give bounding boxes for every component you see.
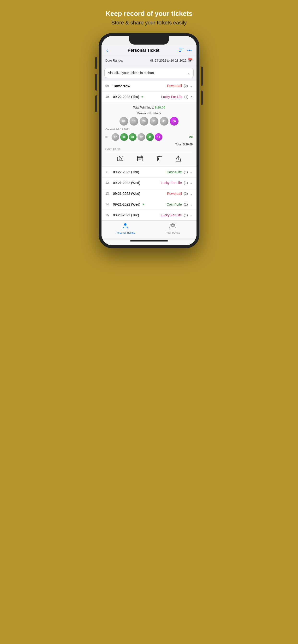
svg-point-22 [124,223,126,226]
svg-rect-2 [179,51,181,52]
ticket-row-13[interactable]: 13. 09-21-2022 (Wed) Powerball (2) ⌄ [101,188,197,199]
calendar-icon[interactable]: 📅 [188,58,193,63]
more-icon[interactable]: ••• [187,48,192,53]
ticket-date-09: Tomorrow [113,84,130,88]
ticket-row-13-right: Powerball (2) ⌄ [167,192,193,196]
home-indicator [130,240,168,242]
ticket-row-09[interactable]: 09. Tomorrow Powerball (2) ⌄ [101,80,197,91]
camera-add-icon[interactable]: + [117,156,123,163]
ticket-num-09: 09. [105,84,111,88]
lottery-name-13: Powerball [167,192,182,196]
ticket-row-11[interactable]: 11. 09-22-2022 (Thu) Cash4Life (1) ⌄ [101,167,197,177]
expanded-header-10: Total Winnings: $ 20.00 [105,105,193,110]
ticket-row-11-left: 11. 09-22-2022 (Thu) [105,170,139,174]
ticket-line-01-left: 01. 07 10 31 42 41 14 [105,133,163,141]
chart-dropdown-text: Visualize your tickets in a chart [108,71,154,75]
line-num-01: 01. [105,135,110,139]
lottery-count-11: (1) [184,170,188,174]
line-ball-10: 10 [120,133,128,141]
phone-frame: ‹ Personal Ticket ••• [99,33,199,248]
svg-point-25 [172,223,174,225]
nav-icons: ••• [179,48,192,53]
expand-icon-11[interactable]: ⌄ [190,170,193,174]
expand-icon-09[interactable]: ⌄ [190,84,193,88]
star-icon-10: ★ [141,95,144,98]
chart-chevron-icon: ⌄ [187,71,190,75]
ticket-date-12: 09-21-2022 (Wed) [113,181,140,185]
line-01-winnings: 20 [189,135,193,139]
expand-icon-13[interactable]: ⌄ [190,192,193,196]
lottery-name-12: Lucky For Life [161,181,182,185]
lottery-count-12: (1) [184,181,188,185]
drawn-ball-31: 31 [150,117,158,126]
ticket-num-12: 12. [105,181,111,184]
expand-icon-10[interactable]: ∧ [190,95,193,99]
ticket-row-15-left: 15. 09-20-2022 (Tue) [105,213,139,217]
ticket-num-14: 14. [105,202,111,206]
total-winnings-label: Total Winnings: $ 20.00 [133,106,165,109]
date-range-value: 08-24-2022 to 10-23-2022 📅 [150,58,193,63]
ticket-row-12[interactable]: 12. 09-21-2022 (Wed) Lucky For Life (1) … [101,178,197,188]
lottery-count-13: (2) [184,192,188,196]
lottery-count-10: (1) [184,95,188,99]
screen: ‹ Personal Ticket ••• [101,44,197,238]
ticket-row-13-left: 13. 09-21-2022 (Wed) [105,192,140,196]
ticket-section-11: 11. 09-22-2022 (Thu) Cash4Life (1) ⌄ [101,166,197,177]
line-ball-41: 41 [146,133,154,141]
tab-personal-tickets[interactable]: Personal Tickets [101,222,149,234]
ticket-date-14: 09-21-2022 (Wed) [113,202,140,206]
calendar-ticket-icon[interactable] [137,156,143,163]
ticket-section-09: 09. Tomorrow Powerball (2) ⌄ [101,80,197,91]
cost-row-10: Cost: $2.00 [105,146,193,152]
ticket-row-12-left: 12. 09-21-2022 (Wed) [105,181,140,185]
line-01-balls: 07 10 31 42 41 14 [112,133,163,141]
expand-icon-12[interactable]: ⌄ [190,181,193,185]
side-button-silent [95,57,97,69]
drawn-numbers-label: Drawan Numbers [105,112,193,115]
ticket-list: 09. Tomorrow Powerball (2) ⌄ [101,80,197,238]
expand-icon-14[interactable]: ⌄ [190,202,193,206]
action-icons-row: + [105,152,193,166]
ticket-row-14[interactable]: 14. 09-21-2022 (Wed) ★ Cash4Life (1) ⌄ [101,199,197,210]
personal-tab-icon [122,222,128,230]
filter-icon[interactable] [179,48,184,53]
ticket-num-10: 10. [105,95,111,98]
star-icon-14: ★ [142,203,145,206]
date-range-label: Date Range: [105,59,123,62]
back-button[interactable]: ‹ [106,48,108,54]
expand-icon-15[interactable]: ⌄ [190,213,193,217]
line-ball-42: 42 [137,133,145,141]
svg-rect-1 [179,50,182,50]
created-date-10: Created: 09-19-2022 [105,128,193,131]
lottery-count-09: (2) [184,84,188,88]
side-button-vol-down [95,95,97,112]
svg-rect-0 [179,48,184,48]
ticket-section-13: 13. 09-21-2022 (Wed) Powerball (2) ⌄ [101,188,197,199]
top-text-block: Keep record of your tickets Store & shar… [106,10,193,26]
winnings-amount: $ 20.00 [155,106,165,109]
ticket-section-10: 10. 09-22-2022 (Thu) ★ Lucky For Life (1… [101,91,197,166]
ticket-row-15[interactable]: 15. 09-20-2022 (Tue) Lucky For Life (1) … [101,210,197,220]
share-icon[interactable] [175,156,181,163]
ticket-row-14-right: Cash4Life (1) ⌄ [167,202,193,206]
chart-dropdown[interactable]: Visualize your tickets in a chart ⌄ [104,68,194,78]
svg-point-4 [119,158,121,160]
ticket-num-15: 15. [105,213,111,217]
ticket-section-14: 14. 09-21-2022 (Wed) ★ Cash4Life (1) ⌄ [101,199,197,210]
svg-text:+: + [122,156,123,158]
ticket-line-01: 01. 07 10 31 42 41 14 [105,132,193,142]
line-ball-07: 07 [112,133,119,141]
side-button-power [201,66,203,86]
ticket-row-10-left: 10. 09-22-2022 (Thu) ★ [105,95,144,99]
nav-title: Personal Ticket [128,48,160,53]
lottery-count-15: (1) [184,213,188,217]
side-button-vol-up [95,74,97,90]
phone-inner: ‹ Personal Ticket ••• [101,36,197,245]
tab-pool-tickets[interactable]: Pool Tickets [149,222,197,234]
top-headline: Keep record of your tickets [106,10,193,18]
trash-icon[interactable] [157,156,162,163]
nav-header: ‹ Personal Ticket ••• [101,44,197,56]
svg-rect-15 [158,157,161,161]
lottery-count-14: (1) [184,202,188,206]
ticket-row-10[interactable]: 10. 09-22-2022 (Thu) ★ Lucky For Life (1… [101,92,197,102]
